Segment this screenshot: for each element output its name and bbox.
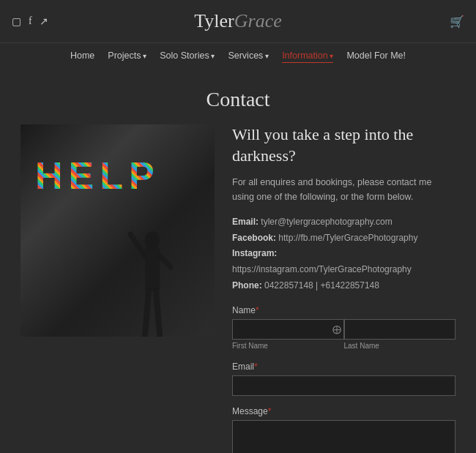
- share-icon[interactable]: ↗: [40, 15, 48, 28]
- page-title-section: Contact: [0, 70, 476, 124]
- facebook-label: Facebook:: [232, 233, 276, 243]
- nav-item-model[interactable]: Model For Me!: [346, 50, 406, 63]
- svg-point-0: [145, 231, 160, 249]
- social-icons: ▢ f ↗: [12, 15, 48, 28]
- email-label: Email:: [232, 217, 259, 227]
- contact-photo: HELP: [21, 124, 215, 337]
- name-label: Name*: [232, 305, 455, 315]
- svg-line-4: [145, 291, 149, 335]
- first-name-wrapper: ⨁: [232, 319, 344, 340]
- phone-label: Phone:: [232, 280, 262, 291]
- svg-line-5: [156, 291, 160, 335]
- contact-details: Email: tyler@tylergracephotography.com F…: [232, 214, 455, 293]
- site-title-second: Grace: [234, 10, 282, 31]
- contact-instagram: Instagram: https://instagram.com/TylerGr…: [232, 246, 455, 277]
- message-input[interactable]: [232, 420, 455, 453]
- message-field-label: Message*: [232, 406, 455, 416]
- phone-value: 0422857148 | +61422857148: [264, 280, 379, 291]
- name-field-group: Name* ⨁ First Name Last Name: [232, 305, 455, 351]
- main-content: HELP Will you take a step into the darkn…: [0, 124, 476, 453]
- image-section: HELP: [21, 124, 215, 453]
- instagram-value: https://instagram.com/TylerGracePhotogra…: [232, 264, 412, 274]
- svg-line-3: [160, 256, 171, 267]
- contact-form: Name* ⨁ First Name Last Name: [232, 305, 455, 453]
- contact-section: Will you take a step into the darkness? …: [232, 124, 455, 453]
- email-value: tyler@tylergracephotography.com: [261, 217, 392, 227]
- first-name-input[interactable]: [232, 319, 344, 340]
- name-row: ⨁: [232, 319, 455, 340]
- contact-description: For all enquires and bookings, please co…: [232, 175, 455, 204]
- email-field-label: Email*: [232, 362, 455, 372]
- nav-item-services[interactable]: Services: [228, 50, 269, 63]
- contact-facebook: Facebook: http://fb.me/TylerGracePhotogr…: [232, 231, 455, 247]
- nav-item-projects[interactable]: Projects: [108, 50, 146, 63]
- email-field-group: Email*: [232, 362, 455, 396]
- site-title: TylerGrace: [194, 10, 281, 32]
- contact-heading: Will you take a step into the darkness?: [232, 124, 455, 166]
- facebook-value: http://fb.me/TylerGracePhotography: [278, 233, 417, 243]
- instagram-icon[interactable]: ▢: [12, 15, 21, 28]
- header: ▢ f ↗ TylerGrace 🛒: [0, 0, 476, 43]
- figure-silhouette: [127, 227, 178, 337]
- last-name-wrapper: [344, 319, 456, 340]
- contact-email: Email: tyler@tylergracephotography.com: [232, 214, 455, 231]
- email-input[interactable]: [232, 375, 455, 396]
- site-title-first: Tyler: [194, 10, 234, 31]
- help-text: HELP: [35, 154, 200, 198]
- navigation: Home Projects Solo Stories Services Info…: [0, 43, 476, 70]
- svg-rect-1: [145, 247, 160, 291]
- nav-item-information[interactable]: Information: [282, 50, 333, 63]
- cart-icon[interactable]: 🛒: [450, 15, 464, 29]
- instagram-label: Instagram:: [232, 248, 277, 258]
- facebook-icon[interactable]: f: [29, 15, 32, 27]
- nav-item-solo-stories[interactable]: Solo Stories: [160, 50, 215, 63]
- last-name-sublabel: Last Name: [344, 342, 379, 350]
- contact-phone: Phone: 0422857148 | +61422857148: [232, 278, 455, 294]
- nav-item-home[interactable]: Home: [70, 50, 94, 63]
- svg-line-2: [130, 234, 145, 256]
- page-title: Contact: [15, 88, 461, 111]
- last-name-input[interactable]: [344, 319, 456, 340]
- message-field-group: Message*: [232, 406, 455, 453]
- first-name-sublabel: First Name: [232, 342, 268, 350]
- name-divider-icon: ⨁: [330, 324, 344, 335]
